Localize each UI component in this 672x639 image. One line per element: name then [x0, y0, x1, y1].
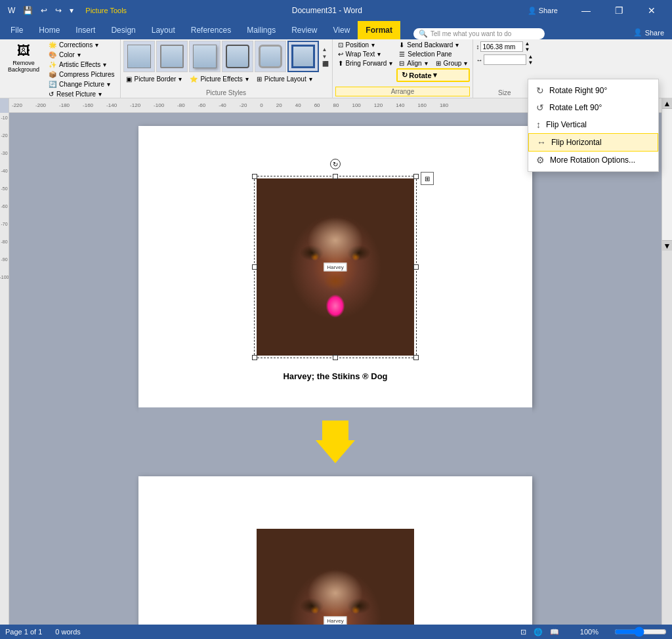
width-stepper[interactable]: ▲▼ [528, 54, 533, 66]
ps-thumb-3[interactable] [189, 41, 220, 72]
height-stepper-up[interactable]: ▲▼ [524, 41, 530, 52]
reset-picture-button[interactable]: ↺ Reset Picture▾ [46, 90, 117, 98]
ps-thumb-6[interactable] [287, 41, 319, 72]
ps-thumb-2[interactable] [156, 41, 188, 72]
tab-view[interactable]: View [326, 21, 358, 39]
arrange-left-btns: ⊡ Position▾ ↩ Wrap Text▾ ⬆ Bring Forward… [335, 41, 396, 68]
read-mode-btn[interactable]: 📖 [550, 628, 559, 636]
compress-label: Compress Pictures [59, 71, 114, 78]
arrow-container [316, 421, 355, 463]
change-picture-button[interactable]: 🔄 Change Picture▾ [46, 80, 117, 89]
share-button[interactable]: 👤 Share [528, 7, 558, 15]
tab-design[interactable]: Design [103, 21, 143, 39]
tab-review[interactable]: Review [284, 21, 325, 39]
save-button[interactable]: 💾 [20, 5, 35, 16]
rotation-handle[interactable]: ↻ [330, 159, 341, 169]
handle-bottom-left[interactable] [252, 355, 257, 360]
rotate-left-item[interactable]: ↺ Rotate Left 90° [528, 99, 658, 116]
layout-options-icon[interactable]: ⊞ [421, 172, 434, 185]
document-scroll-area[interactable]: ↻ ⊞ Harvey [9, 113, 662, 625]
restore-button[interactable]: ❐ [604, 0, 634, 21]
selection-pane-icon: ☰ [399, 51, 405, 58]
rotate-button[interactable]: ↻ Rotate▾ [396, 68, 470, 82]
ps-scroll-more[interactable]: ⬛ [322, 60, 329, 68]
arrow-section [138, 407, 532, 476]
ribbon-tabs-bar: File Home Insert Design Layout Reference… [0, 21, 672, 39]
image-container-top: ↻ ⊞ Harvey [257, 178, 414, 356]
height-input[interactable] [480, 41, 523, 52]
more-qa-button[interactable]: ▾ [67, 5, 76, 16]
position-button[interactable]: ⊡ Position▾ [335, 41, 396, 49]
flip-vertical-label: Flip Vertical [546, 120, 587, 129]
send-backward-button[interactable]: ⬇ Send Backward▾ [396, 41, 470, 49]
zoom-slider[interactable] [614, 627, 667, 637]
corrections-icon: 🌟 [49, 41, 56, 49]
tab-insert[interactable]: Insert [68, 21, 103, 39]
right-scrollbar[interactable]: ▲ ▼ [662, 98, 672, 625]
tab-format[interactable]: Format [358, 21, 400, 39]
tab-references[interactable]: References [183, 21, 239, 39]
rotate-right-item[interactable]: ↻ Rotate Right 90° [528, 82, 658, 99]
remove-background-button[interactable]: 🖼 RemoveBackground [3, 41, 45, 75]
undo-button[interactable]: ↩ [38, 5, 50, 16]
size-group: ↕ ▲▼ ↔ ▲▼ Size [473, 39, 536, 98]
size-group-content: ↕ ▲▼ ↔ ▲▼ [476, 41, 533, 88]
rotate-label: Rotate [409, 72, 431, 79]
scroll-thumb[interactable] [662, 109, 672, 240]
handle-middle-right[interactable] [413, 264, 419, 270]
account-button[interactable]: 👤 Share [625, 26, 672, 39]
ps-thumb-4[interactable] [222, 41, 253, 72]
ps-scroll-up[interactable]: ▲ [322, 46, 329, 53]
compress-pictures-button[interactable]: 📦 Compress Pictures [46, 70, 117, 79]
scroll-up-button[interactable]: ▲ [662, 98, 672, 109]
print-layout-btn[interactable]: ⊡ [520, 628, 526, 636]
scroll-down-button[interactable]: ▼ [662, 240, 672, 251]
picture-layout-button[interactable]: ⊞ Picture Layout▾ [254, 75, 315, 83]
wrap-text-button[interactable]: ↩ Wrap Text▾ [335, 50, 396, 58]
group-button[interactable]: ⊞ Group▾ [433, 59, 471, 68]
remove-background-label: RemoveBackground [8, 60, 39, 73]
tab-layout[interactable]: Layout [144, 21, 183, 39]
flip-horizontal-item[interactable]: ↔ Flip Horizontal [528, 133, 658, 152]
tab-mailings[interactable]: Mailings [239, 21, 284, 39]
bring-forward-button[interactable]: ⬆ Bring Forward▾ [335, 59, 396, 68]
redo-button[interactable]: ↪ [52, 5, 64, 16]
selection-pane-button[interactable]: ☰ Selection Pane [396, 50, 470, 58]
word-count: 0 words [55, 628, 81, 636]
web-view-btn[interactable]: 🌐 [534, 628, 543, 636]
more-rotation-icon: ⚙ [536, 155, 545, 165]
picture-effects-button[interactable]: ⭐ Picture Effects▾ [187, 75, 251, 83]
arrange-right-btns: ⬇ Send Backward▾ ☰ Selection Pane ⊟ Alig… [396, 41, 470, 82]
tell-me-box[interactable]: 🔍 Tell me what you want to do [413, 28, 545, 39]
word-icon: W [5, 5, 18, 16]
change-picture-label: Change Picture [59, 81, 104, 88]
ps-scroll-arrows: ▲ ▼ ⬛ [322, 46, 329, 68]
dog-image-bottom: Harvey [257, 529, 414, 625]
handle-bottom-middle[interactable] [333, 355, 338, 360]
adjust-group: 🖼 RemoveBackground 🌟 Corrections▾ 🎨 Colo… [0, 39, 121, 98]
more-rotation-item[interactable]: ⚙ More Rotation Options... [528, 152, 658, 169]
group-icon: ⊞ [436, 60, 441, 67]
send-backward-label: Send Backward [407, 41, 453, 49]
corrections-button[interactable]: 🌟 Corrections▾ [46, 41, 117, 49]
close-button[interactable]: ✕ [637, 0, 667, 21]
ps-thumb-1[interactable] [123, 41, 155, 72]
width-input[interactable] [484, 54, 526, 65]
arrange-group: ⊡ Position▾ ↩ Wrap Text▾ ⬆ Bring Forward… [333, 39, 474, 98]
rotate-icon: ↻ [402, 71, 408, 79]
width-input-row: ↔ ▲▼ [476, 54, 533, 66]
tab-file[interactable]: File [3, 21, 31, 39]
color-button[interactable]: 🎨 Color▾ [46, 51, 117, 59]
handle-bottom-right[interactable] [413, 355, 419, 360]
flip-vertical-item[interactable]: ↕ Flip Vertical [528, 116, 658, 133]
picture-border-button[interactable]: ▣ Picture Border▾ [123, 75, 185, 83]
ps-thumb-5[interactable] [255, 41, 286, 72]
ps-scroll-down[interactable]: ▼ [322, 53, 329, 60]
artistic-effects-button[interactable]: ✨ Artistic Effects▾ [46, 60, 117, 69]
tab-home[interactable]: Home [31, 21, 68, 39]
tell-me-placeholder: Tell me what you want to do [430, 30, 511, 37]
align-label: Align [407, 60, 421, 67]
align-button[interactable]: ⊟ Align▾ [396, 59, 430, 68]
handle-top-right[interactable] [413, 174, 419, 179]
minimize-button[interactable]: — [571, 0, 601, 21]
